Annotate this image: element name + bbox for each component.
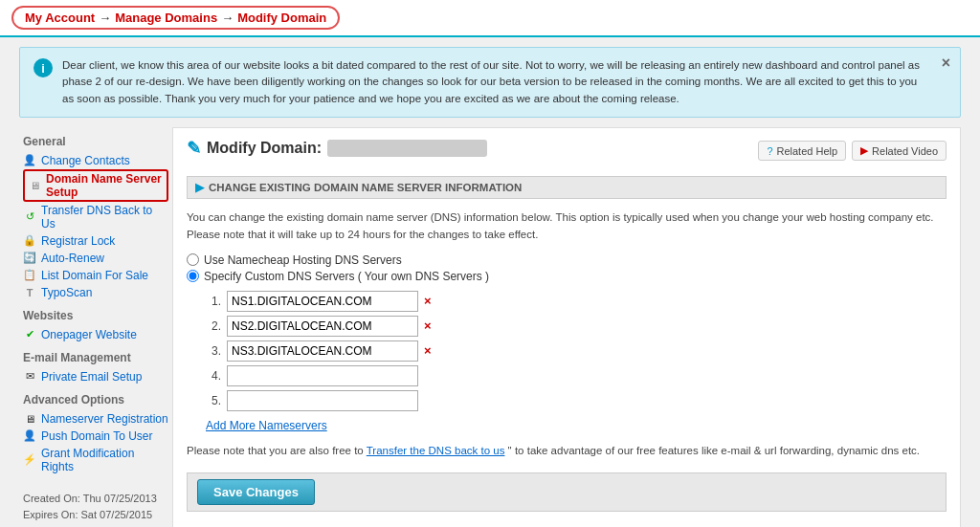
sidebar-item-typoscan[interactable]: T TypoScan [23,284,168,301]
sidebar-item-registrar-lock[interactable]: 🔒 Registrar Lock [23,232,168,250]
sidebar-footer: Created On: Thu 07/25/2013 Expires On: S… [23,491,168,527]
person-icon: 👤 [23,154,36,167]
radio-custom-label: Specify Custom DNS Servers ( Your own DN… [204,270,489,283]
email-icon: ✉ [23,370,36,384]
info-banner-text: Dear client, we know this area of our we… [62,57,931,107]
radio-hosting-input[interactable] [187,253,199,266]
sidebar-item-grant-rights[interactable]: ⚡ Grant Modification Rights [23,445,168,475]
transfer-icon: ↺ [23,210,36,224]
sidebar-link-dns-setup[interactable]: Domain Name Server Setup [46,172,164,199]
sidebar-section-email: E-mail Management [23,351,168,364]
radio-custom-option[interactable]: Specify Custom DNS Servers ( Your own DN… [187,270,947,283]
dns-num-3: 3. [206,344,221,358]
dns-inputs-container: 1. × 2. × 3. × 4. 5. [206,291,947,411]
dns-row-3: 3. × [206,340,947,362]
radio-custom-input[interactable] [187,270,199,282]
section-title-text: CHANGE EXISTING DOMAIN NAME SERVER INFOR… [209,182,522,193]
sidebar-link-onepager[interactable]: Onepager Website [41,328,137,341]
dns-num-1: 1. [206,295,221,308]
sidebar-link-typoscan[interactable]: TypoScan [41,286,92,299]
lock-icon: 🔒 [23,234,36,248]
transfer-dns-link[interactable]: Transfer the DNS back to us [367,445,505,456]
forsale-icon: 📋 [23,269,36,282]
dns-row-1: 1. × [206,291,947,312]
dns-input-4[interactable] [227,365,418,386]
sidebar-section-websites: Websites [23,309,168,322]
radio-hosting-option[interactable]: Use Namecheap Hosting DNS Servers [187,253,947,267]
video-icon: ▶ [860,144,868,157]
breadcrumb: My Account → Manage Domains → Modify Dom… [11,6,340,30]
content-area: ✎ Modify Domain: ██████████████ ? Relate… [172,127,961,527]
dns-icon: 🖥 [28,179,41,192]
transfer-note: Please note that you are also free to Tr… [187,442,947,459]
sidebar-section-general: General [23,135,168,148]
sidebar-link-push-domain[interactable]: Push Domain To User [41,429,153,443]
grant-icon: ⚡ [23,453,36,467]
dns-num-5: 5. [206,394,221,407]
sidebar-item-change-contacts[interactable]: 👤 Change Contacts [23,152,168,169]
top-nav: My Account → Manage Domains → Modify Dom… [0,0,980,37]
sidebar-link-list-domain[interactable]: List Domain For Sale [41,269,148,282]
banner-close-button[interactable]: × [942,55,950,71]
dns-input-2[interactable] [227,316,418,337]
expires-date: Expires On: Sat 07/25/2015 [23,507,168,524]
dns-num-2: 2. [206,319,221,333]
help-buttons: ? Related Help ▶ Related Video [758,141,947,161]
dns-input-3[interactable] [227,340,418,362]
sidebar: General 👤 Change Contacts 🖥 Domain Name … [19,127,172,527]
info-icon: i [33,58,53,77]
dns-row-2: 2. × [206,316,947,337]
radio-group-dns: Use Namecheap Hosting DNS Servers Specif… [187,253,947,283]
breadcrumb-manage-domains[interactable]: Manage Domains [115,11,217,25]
dns-delete-3[interactable]: × [424,343,432,358]
sidebar-section-advanced: Advanced Options [23,393,168,406]
breadcrumb-my-account[interactable]: My Account [25,11,95,25]
sidebar-link-private-email[interactable]: Private Email Setup [41,370,142,384]
radio-hosting-label: Use Namecheap Hosting DNS Servers [204,253,402,267]
sidebar-item-transfer-dns[interactable]: ↺ Transfer DNS Back to Us [23,202,168,232]
sidebar-link-change-contacts[interactable]: Change Contacts [41,154,130,167]
sidebar-link-ns-registration[interactable]: Nameserver Registration [41,412,168,426]
dns-row-4: 4. [206,365,947,386]
dns-input-1[interactable] [227,291,418,312]
related-video-button[interactable]: ▶ Related Video [852,141,947,161]
sidebar-link-registrar-lock[interactable]: Registrar Lock [41,234,115,248]
related-help-button[interactable]: ? Related Help [758,141,846,161]
section-arrow-icon: ▶ [195,181,204,194]
sidebar-item-auto-renew[interactable]: 🔄 Auto-Renew [23,250,168,267]
main-container: General 👤 Change Contacts 🖥 Domain Name … [19,127,961,527]
sidebar-item-list-domain[interactable]: 📋 List Domain For Sale [23,267,168,284]
dns-input-5[interactable] [227,390,418,411]
transfer-note-prefix: Please note that you are also free to [187,445,367,456]
typo-icon: T [23,286,36,299]
dns-delete-2[interactable]: × [424,318,432,333]
ns-reg-icon: 🖥 [23,412,36,426]
sidebar-item-dns-setup[interactable]: 🖥 Domain Name Server Setup [23,169,168,202]
push-icon: 👤 [23,429,36,443]
save-bar: Save Changes [187,472,947,512]
sidebar-link-auto-renew[interactable]: Auto-Renew [41,252,104,265]
dns-delete-1[interactable]: × [424,294,432,308]
sidebar-link-grant-rights[interactable]: Grant Modification Rights [41,447,168,473]
add-more-nameservers-link[interactable]: Add More Nameservers [206,419,327,432]
page-title: ✎ Modify Domain: ██████████████ [187,138,487,159]
sidebar-item-onepager[interactable]: ✔ Onepager Website [23,326,168,343]
modify-domain-icon: ✎ [187,138,201,159]
created-date: Created On: Thu 07/25/2013 [23,491,168,508]
checkmark-icon: ✔ [23,328,36,341]
sidebar-item-private-email[interactable]: ✉ Private Email Setup [23,368,168,385]
dns-row-5: 5. [206,390,947,411]
breadcrumb-arrow-2: → [221,11,234,25]
domain-name: ██████████████ [327,140,487,157]
page-title-text: Modify Domain: [207,140,322,157]
help-icon: ? [767,145,772,157]
sidebar-item-push-domain[interactable]: 👤 Push Domain To User [23,428,168,445]
sidebar-link-transfer-dns[interactable]: Transfer DNS Back to Us [41,204,168,231]
transfer-note-suffix: " to take advantage of our free features… [504,445,920,456]
dns-num-4: 4. [206,369,221,383]
renew-icon: 🔄 [23,252,36,265]
section-header: ▶ CHANGE EXISTING DOMAIN NAME SERVER INF… [187,176,947,199]
sidebar-item-ns-registration[interactable]: 🖥 Nameserver Registration [23,410,168,428]
section-description: You can change the existing domain name … [187,209,947,244]
save-changes-button[interactable]: Save Changes [197,479,315,505]
